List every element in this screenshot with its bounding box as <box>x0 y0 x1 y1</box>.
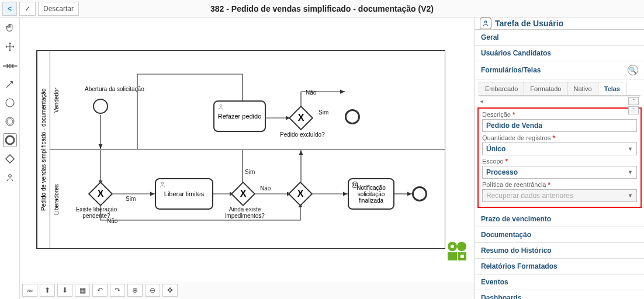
panel-title: Tarefa de Usuário <box>495 19 563 28</box>
start-event-icon[interactable] <box>3 96 17 110</box>
gw1-label: Existe liberação pendente? <box>73 206 120 219</box>
gw3-label: Pedido excluído? <box>280 131 325 138</box>
acc-dashboards[interactable]: Dashboards <box>475 290 644 299</box>
lane1-title: Vendedor <box>50 51 63 150</box>
task-refazer-label: Refazer pedido <box>218 113 262 120</box>
chevron-down-icon: ▼ <box>628 193 633 199</box>
svg-rect-4 <box>5 155 13 163</box>
tab-nativo[interactable]: Nativo <box>567 82 598 95</box>
move-tool-icon[interactable] <box>3 40 17 54</box>
highlighted-fields: Descrição * Pedido de Venda Quantidade d… <box>477 107 642 208</box>
bottom-toolbar: var ⬆ ⬇ ▦ ↶ ↷ ⊕ ⊖ ✥ <box>20 281 475 299</box>
gw1-yes: Sim <box>126 196 136 202</box>
lane2-title: Liberadores <box>50 150 63 249</box>
svg-point-3 <box>6 136 14 144</box>
svg-point-16 <box>161 182 164 185</box>
acc-formularios-label: Formulários/Telas <box>481 66 541 74</box>
chevron-down-icon: ▼ <box>628 169 633 175</box>
chevron-down-icon: ▼ <box>628 146 633 152</box>
gw-merge[interactable]: X <box>288 182 313 206</box>
end-event-1[interactable] <box>345 109 360 124</box>
pool[interactable]: Pedido de vendas simplificado - document… <box>36 50 445 249</box>
desc-label: Descrição <box>482 111 511 118</box>
acc-prazo[interactable]: Prazo de vencimento <box>475 211 644 227</box>
gw-liberacao[interactable]: X <box>88 182 113 206</box>
intermediate-event-icon[interactable] <box>3 114 17 128</box>
svg-point-9 <box>220 105 222 107</box>
task-liberar-label: Liberar limites <box>164 190 204 197</box>
desc-input[interactable]: Pedido de Venda <box>482 119 637 132</box>
task-notificacao[interactable]: @ Notificação solicitação finalizada <box>348 178 394 210</box>
zoom-out-button[interactable]: ⊖ <box>145 284 160 297</box>
hand-tool-icon[interactable] <box>3 21 17 35</box>
properties-panel: Tarefa de Usuário Geral Usuários Candida… <box>475 18 644 299</box>
logo-icon <box>445 239 469 263</box>
acc-usuarios[interactable]: Usuários Candidatos <box>475 46 644 61</box>
acc-documentacao[interactable]: Documentação <box>475 227 644 243</box>
gw2-no: Não <box>260 185 271 192</box>
scroll-left-icon[interactable]: ◂ <box>480 98 483 105</box>
gw2-yes: Sim <box>245 169 255 175</box>
discard-button[interactable]: Descartar <box>38 2 79 16</box>
pool-title: Pedido de vendas simplificado - document… <box>37 51 50 248</box>
svg-rect-22 <box>461 255 464 258</box>
escopo-select[interactable]: Processo▼ <box>482 166 637 179</box>
svg-point-18 <box>457 242 466 251</box>
gw-impedimentos[interactable]: X <box>231 182 255 206</box>
page-title: 382 - Pedido de vendas simplificado - do… <box>0 4 644 13</box>
arrow-tool-icon[interactable] <box>3 77 17 91</box>
acc-formularios[interactable]: Formulários/Telas 🔍 <box>475 61 644 79</box>
start-label: Abertura da solicitação <box>85 86 144 92</box>
move-up-icon[interactable]: ˄ <box>628 97 639 105</box>
gw3-yes: Sim <box>318 109 328 116</box>
move-down-icon[interactable]: ˇ <box>628 106 639 114</box>
acc-resumo[interactable]: Resumo do Histórico <box>475 243 644 259</box>
escopo-label: Escopo <box>482 158 504 165</box>
tab-formatado[interactable]: Formatado <box>524 82 567 95</box>
tool-palette: ⇥⇤ <box>0 18 20 299</box>
svg-rect-19 <box>448 252 457 260</box>
svg-point-0 <box>6 99 14 107</box>
pol-label: Política de reentrância <box>482 181 546 188</box>
lane-liberadores[interactable]: Liberadores X Existe liberação pendente <box>50 150 445 249</box>
download-button[interactable]: ⬇ <box>57 284 72 297</box>
gw2-label: Ainda existe impedimentos? <box>221 206 268 219</box>
image-button[interactable]: ▦ <box>75 284 90 297</box>
redo-button[interactable]: ↷ <box>110 284 125 297</box>
acc-eventos[interactable]: Eventos <box>475 274 644 290</box>
undo-button[interactable]: ↶ <box>92 284 108 297</box>
lane-vendedor[interactable]: Vendedor Abertura da solicitação Refazer… <box>50 51 445 150</box>
form-list[interactable]: ˄ ˇ <box>479 96 640 96</box>
task-liberar[interactable]: Liberar limites <box>155 178 213 210</box>
back-button[interactable]: < <box>2 2 17 16</box>
bpmn-canvas[interactable]: Pedido de vendas simplificado - document… <box>20 18 475 281</box>
gateway-icon[interactable] <box>3 152 17 166</box>
end-event-2[interactable] <box>412 186 427 201</box>
svg-point-2 <box>7 119 13 124</box>
gw-excluido[interactable]: X <box>289 106 313 130</box>
acc-relatorios[interactable]: Relatórios Formatados <box>475 259 644 274</box>
task-refazer[interactable]: Refazer pedido <box>213 100 266 132</box>
align-tool-icon[interactable]: ⇥⇤ <box>3 58 17 72</box>
upload-button[interactable]: ⬆ <box>40 284 55 297</box>
search-icon[interactable]: 🔍 <box>628 65 638 75</box>
gw3-no: Não <box>306 89 316 96</box>
user-task-panel-icon <box>480 18 491 29</box>
svg-point-5 <box>8 175 11 178</box>
tab-telas[interactable]: Telas <box>598 82 626 95</box>
acc-geral[interactable]: Geral <box>475 30 644 46</box>
start-event[interactable] <box>93 99 108 114</box>
tab-embarcado[interactable]: Embarcado <box>479 82 524 95</box>
svg-point-23 <box>484 21 487 23</box>
qtd-select[interactable]: Único▼ <box>482 142 637 155</box>
confirm-button[interactable]: ✓ <box>19 2 36 16</box>
fit-button[interactable]: ✥ <box>162 284 178 297</box>
vars-button[interactable]: var <box>22 284 37 297</box>
gw1-no: Não <box>107 218 117 224</box>
zoom-in-button[interactable]: ⊕ <box>127 284 143 297</box>
end-event-icon[interactable] <box>3 133 17 147</box>
user-task-icon[interactable] <box>3 171 17 185</box>
form-tabs: Embarcado Formatado Nativo Telas <box>479 82 640 96</box>
qtd-label: Quantidade de registros <box>482 134 550 141</box>
pol-select[interactable]: Recuperar dados anteriores▼ <box>482 189 637 202</box>
